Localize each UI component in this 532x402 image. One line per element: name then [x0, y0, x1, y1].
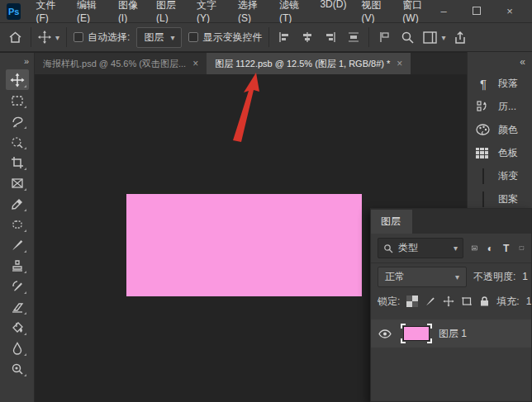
search-icon	[383, 244, 393, 253]
align-distribute-flyout-button[interactable]	[376, 29, 392, 45]
eraser-icon	[10, 300, 25, 315]
lock-all-icon[interactable]	[479, 296, 490, 307]
dock-item-label: 历...	[498, 100, 516, 114]
auto-select-target-value: 图层	[144, 31, 164, 45]
show-transform-checkbox[interactable]	[188, 32, 198, 42]
layers-panel-tab[interactable]: 图层	[371, 210, 412, 234]
chevron-down-icon: ▾	[455, 272, 459, 281]
options-separator	[31, 27, 31, 47]
lock-transparency-icon[interactable]	[406, 296, 418, 307]
dock-item-patterns[interactable]: 图案	[468, 187, 532, 210]
home-button[interactable]	[7, 29, 24, 46]
lock-pixels-brush-icon[interactable]	[425, 296, 436, 307]
layer-name[interactable]: 图层 1	[439, 327, 467, 341]
eraser-tool[interactable]	[6, 296, 29, 317]
fill-label: 填充:	[496, 295, 519, 309]
gradient-icon	[476, 169, 491, 183]
quick-selection-icon	[10, 135, 25, 149]
share-button[interactable]	[452, 29, 468, 46]
title-bar: Ps 文件(F) 编辑(E) 图像(I) 图层(L) 文字(Y) 选择(S) 滤…	[0, 0, 532, 23]
zoom-search-button[interactable]	[399, 29, 416, 46]
dock-item-label: 图案	[498, 192, 518, 206]
filter-type-layers-icon[interactable]: T	[503, 243, 509, 254]
layer-thumbnail[interactable]	[401, 324, 432, 343]
maximize-icon	[473, 7, 481, 15]
tab-close-icon[interactable]: ×	[192, 58, 198, 69]
dock-item-color[interactable]: 颜色	[468, 118, 532, 141]
dock-item-gradients[interactable]: 渐变	[468, 164, 532, 187]
paint-bucket-icon	[10, 320, 25, 335]
tool-options-bar: ▾ 自动选择: 图层 ▾ 显示变换控件 ▾	[0, 23, 532, 52]
lock-artboard-icon[interactable]	[461, 296, 473, 307]
opacity-value[interactable]: 1	[522, 271, 528, 282]
pattern-icon	[476, 192, 491, 206]
move-tool[interactable]	[6, 69, 29, 90]
crop-icon	[10, 155, 25, 170]
crop-tool[interactable]	[6, 152, 29, 173]
layers-panel: 图层 类型 ▾ ◐ T 正常 ▾ 不透明度: 1 锁定: 填充	[370, 208, 532, 402]
toolbar-expand-button[interactable]: »	[24, 54, 34, 69]
fill-value[interactable]: 1	[526, 296, 532, 307]
layer-filter-type-dropdown[interactable]: 类型 ▾	[378, 238, 463, 258]
eyedropper-tool[interactable]	[6, 193, 29, 214]
clone-stamp-tool[interactable]	[6, 255, 29, 276]
healing-patch-icon	[10, 217, 25, 232]
filter-adjustment-layers-icon[interactable]: ◐	[487, 243, 493, 254]
gradient-paint-bucket-tool[interactable]	[6, 317, 29, 338]
rectangular-marquee-tool[interactable]	[6, 90, 29, 111]
workspace-switcher[interactable]: ▾	[423, 31, 445, 44]
dock-item-history[interactable]: 历...	[468, 95, 532, 118]
layer-row[interactable]: 图层 1	[371, 319, 531, 348]
auto-select-checkbox[interactable]	[74, 32, 83, 42]
history-brush-tool[interactable]	[6, 276, 29, 296]
distribute-vertical-button[interactable]	[345, 29, 362, 45]
blend-mode-dropdown[interactable]: 正常 ▾	[378, 267, 467, 287]
layer-filter-value: 类型	[398, 241, 449, 255]
align-left-button[interactable]	[276, 29, 292, 45]
paragraph-icon: ¶	[476, 77, 491, 91]
align-center-horizontal-button[interactable]	[299, 29, 316, 45]
tab-close-icon[interactable]: ×	[397, 58, 402, 69]
auto-select-target-dropdown[interactable]: 图层 ▾	[136, 27, 182, 48]
align-center-horizontal-icon	[301, 31, 314, 44]
dock-item-swatches[interactable]: 色板	[468, 141, 532, 164]
align-left-icon	[278, 31, 291, 44]
pink-rectangle-layer[interactable]	[126, 194, 362, 296]
brush-tool[interactable]	[6, 234, 29, 255]
layer-visibility-toggle[interactable]	[376, 329, 394, 338]
align-right-icon	[324, 31, 337, 44]
layers-panel-header: 图层	[371, 209, 531, 234]
eyedropper-icon	[10, 196, 25, 211]
object-selection-tool[interactable]	[6, 131, 29, 152]
lasso-tool[interactable]	[6, 111, 29, 131]
document-tab-inactive[interactable]: 海报样机.psd @ 45.6% (双击图层... ×	[35, 53, 207, 74]
blur-tool[interactable]	[6, 338, 29, 358]
close-button[interactable]: ×	[504, 5, 515, 17]
tools-panel: »	[0, 53, 35, 402]
filter-shape-layers-icon[interactable]	[519, 243, 525, 253]
workspace-icon	[423, 31, 437, 44]
annotation-arrow	[221, 68, 271, 150]
swatches-icon	[476, 148, 491, 158]
chevron-down-icon: ▾	[170, 33, 174, 42]
dock-item-label: 色板	[498, 146, 518, 160]
blend-mode-value: 正常	[385, 270, 405, 284]
maximize-button[interactable]	[471, 5, 482, 17]
filter-pixel-layers-icon[interactable]	[472, 243, 477, 253]
home-icon	[8, 31, 22, 45]
align-right-button[interactable]	[322, 29, 339, 45]
spot-healing-brush-tool[interactable]	[6, 214, 29, 234]
minimize-button[interactable]: –	[438, 5, 449, 17]
opacity-label: 不透明度:	[473, 270, 515, 284]
dock-item-paragraph[interactable]: ¶ 段落	[468, 72, 532, 95]
move-tool-preset[interactable]: ▾	[38, 31, 59, 44]
dock-collapse-button[interactable]: «	[468, 52, 532, 72]
options-separator	[66, 27, 67, 47]
color-palette-icon	[476, 124, 491, 135]
lock-position-icon[interactable]	[443, 296, 454, 307]
blur-drop-icon	[10, 341, 25, 356]
dodge-tool[interactable]	[6, 358, 29, 379]
frame-tool[interactable]	[6, 173, 29, 193]
dock-item-label: 渐变	[498, 169, 518, 183]
marquee-icon	[10, 93, 25, 108]
